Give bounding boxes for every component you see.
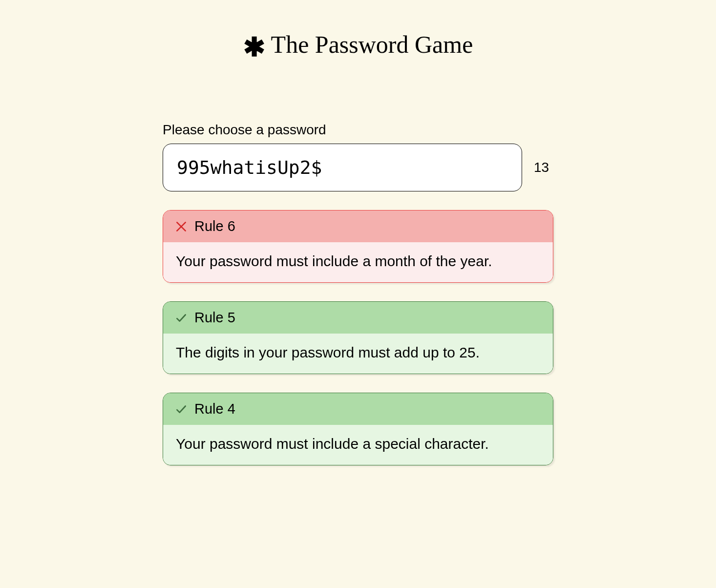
rule-label: Rule 4 — [194, 401, 235, 417]
content-area: Please choose a password 13 Rule 6 Your … — [163, 122, 553, 465]
rule-label: Rule 5 — [194, 310, 235, 326]
password-prompt: Please choose a password — [163, 122, 553, 138]
char-count: 13 — [534, 160, 553, 175]
rule-card: Rule 4 Your password must include a spec… — [163, 393, 553, 465]
input-row: 13 — [163, 144, 553, 191]
rule-label: Rule 6 — [194, 218, 235, 234]
password-input[interactable] — [163, 144, 522, 191]
asterisk-icon: ✱ — [243, 34, 265, 61]
rule-description: Your password must include a special cha… — [163, 425, 553, 465]
page-container: ✱ The Password Game Please choose a pass… — [0, 0, 716, 465]
rules-list: Rule 6 Your password must include a mont… — [163, 210, 553, 465]
check-icon — [175, 403, 188, 416]
rule-header: Rule 4 — [163, 393, 553, 425]
title-text: The Password Game — [271, 30, 473, 59]
rule-description: Your password must include a month of th… — [163, 242, 553, 282]
rule-description: The digits in your password must add up … — [163, 334, 553, 374]
x-icon — [175, 220, 188, 233]
rule-card: Rule 5 The digits in your password must … — [163, 301, 553, 374]
page-title: ✱ The Password Game — [243, 30, 473, 59]
check-icon — [175, 312, 188, 324]
rule-card: Rule 6 Your password must include a mont… — [163, 210, 553, 283]
rule-header: Rule 5 — [163, 302, 553, 334]
rule-header: Rule 6 — [163, 210, 553, 242]
